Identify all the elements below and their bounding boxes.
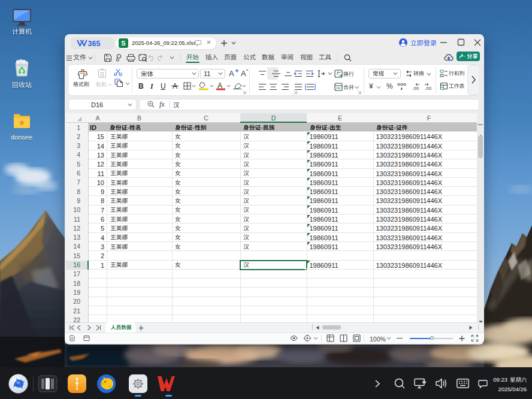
svg-text:365: 365 — [88, 40, 101, 47]
svg-text:.00: .00 — [425, 86, 432, 90]
svg-text:S: S — [121, 40, 125, 47]
svg-text:A: A — [229, 69, 234, 78]
svg-text:U: U — [161, 82, 166, 90]
svg-text:.00: .00 — [412, 86, 419, 90]
svg-text:B: B — [138, 82, 144, 90]
svg-text:A: A — [241, 69, 246, 78]
svg-text:I: I — [150, 82, 154, 90]
